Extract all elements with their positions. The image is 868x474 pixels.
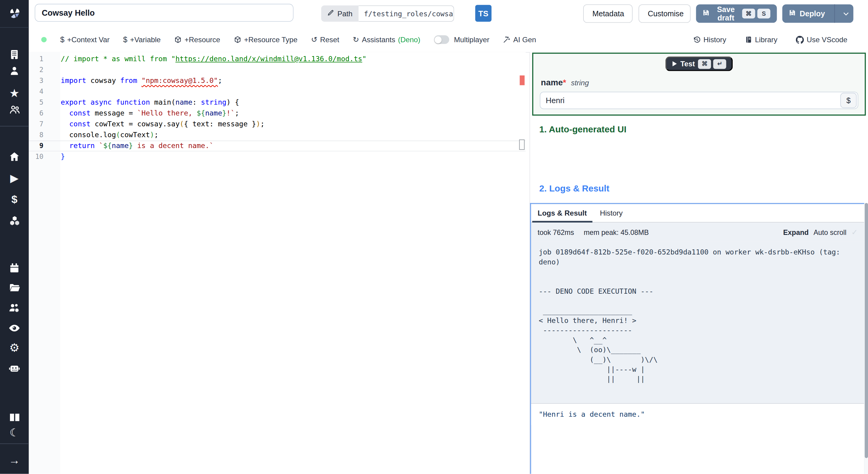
use-vscode-button[interactable]: Use VScode <box>796 36 847 44</box>
multiplayer-toggle[interactable] <box>434 35 449 44</box>
workspace-building-icon[interactable] <box>0 48 29 61</box>
assistants-button[interactable]: ↻ Assistants (Deno) <box>353 35 421 44</box>
folder-icon[interactable] <box>0 281 29 294</box>
field-label-row: name* string <box>541 78 589 87</box>
result-output: "Henri is a decent name." <box>531 404 864 425</box>
overview-ruler-error-marker <box>520 76 524 85</box>
settings-gear-icon[interactable]: ⚙ <box>0 341 29 354</box>
scrollbar-thumb[interactable] <box>864 203 868 458</box>
code-line[interactable]: 2 <box>29 64 526 76</box>
assistants-language: (Deno) <box>398 36 420 44</box>
sidebar-divider <box>0 444 29 444</box>
groups-gear-icon[interactable] <box>0 301 29 314</box>
required-asterisk: * <box>563 78 566 87</box>
code-line[interactable]: 1// import * as wmill from "https://deno… <box>29 54 526 64</box>
book-icon <box>745 36 752 43</box>
auto-scroll-toggle[interactable]: Auto scroll <box>813 228 846 236</box>
star-icon[interactable]: ★ <box>0 87 29 100</box>
schedules-calendar-icon[interactable] <box>0 261 29 274</box>
edit-path-button[interactable]: Path <box>321 5 359 22</box>
reset-button[interactable]: ↺ Reset <box>311 35 339 44</box>
typescript-badge[interactable]: TS <box>475 5 492 22</box>
right-panel: Test ⌘ ↵ name* string $ 1. Auto-generate… <box>530 52 868 474</box>
code-line[interactable]: 5export async function main(name: string… <box>29 97 526 108</box>
log-area[interactable]: job 0189d64f-812b-525e-f020-652bd9da1100… <box>531 242 864 404</box>
floppy-deploy-icon <box>789 9 796 18</box>
schema-form: Test ⌘ ↵ name* string $ <box>532 53 866 116</box>
expand-button[interactable]: Expand <box>783 228 809 236</box>
customise-button[interactable]: Customise <box>639 4 691 23</box>
path-value[interactable]: f/testing_roles/cowsa <box>358 5 454 22</box>
code-editor[interactable]: 1// import * as wmill from "https://deno… <box>29 52 526 474</box>
metadata-button[interactable]: Metadata <box>583 4 632 23</box>
code-line[interactable]: 3import cowsay from "npm:cowsay@1.5.0"; <box>29 76 526 86</box>
insert-variable-button[interactable]: $ <box>840 93 857 108</box>
docs-book-icon[interactable] <box>0 411 29 424</box>
expand-arrow-icon[interactable]: → <box>0 454 29 467</box>
topbar: Path f/testing_roles/cowsa TS Metadata C… <box>29 0 868 28</box>
audit-eye-icon[interactable] <box>0 321 29 334</box>
cube-icon <box>234 36 241 43</box>
floppy-save-icon <box>703 9 710 18</box>
code-line[interactable]: 9 return `${name} is a decent name.` <box>29 141 526 151</box>
github-icon <box>796 36 804 44</box>
editor-toolbar: $ +Context Var $ +Variable +Resource +Re… <box>29 27 868 53</box>
tab-logs-result[interactable]: Logs & Result <box>531 204 593 222</box>
user-icon[interactable] <box>0 64 29 77</box>
play-icon <box>672 61 677 67</box>
cmd-key-badge: ⌘ <box>742 9 755 19</box>
code-line[interactable]: 8 console.log(cowText); <box>29 130 526 141</box>
variables-dollar-icon[interactable]: $ <box>0 193 29 206</box>
code-line[interactable]: 6 const message = `Hello there, ${name}!… <box>29 108 526 119</box>
code-line[interactable]: 4 <box>29 86 526 97</box>
run-mem-peak: mem peak: 45.08MB <box>584 228 649 236</box>
overview-ruler-cursor-marker <box>519 140 525 150</box>
home-icon[interactable] <box>0 150 29 163</box>
field-name: name <box>541 78 563 87</box>
section-logs-result: 2. Logs & Result <box>539 183 610 194</box>
multiplayer-label: Multiplayer <box>454 36 490 44</box>
refresh-icon: ↻ <box>353 35 359 44</box>
name-input[interactable] <box>540 96 840 105</box>
code-line[interactable]: 7 const cowText = cowsay.say({ text: mes… <box>29 119 526 130</box>
library-button[interactable]: Library <box>745 36 777 44</box>
sidebar: ★ ▶ $ <box>0 0 29 474</box>
ai-robot-icon[interactable] <box>0 361 29 375</box>
field-type: string <box>571 79 589 87</box>
dark-mode-moon-icon[interactable]: ☾ <box>0 426 29 439</box>
status-dot <box>41 37 47 42</box>
add-variable-button[interactable]: $ +Variable <box>123 35 161 44</box>
path-group: Path f/testing_roles/cowsa <box>321 5 454 22</box>
check-icon: ✓ <box>851 228 858 237</box>
deploy-button[interactable]: Deploy <box>782 4 854 23</box>
windmill-script-editor: ★ ▶ $ <box>0 0 868 474</box>
logs-tabs: Logs & Result History <box>531 204 864 223</box>
enter-key-badge: ↵ <box>713 59 726 68</box>
name-field-wrapper: $ <box>540 92 858 109</box>
magic-wand-icon <box>503 36 510 43</box>
script-title-input[interactable] <box>35 4 293 22</box>
path-label: Path <box>338 10 352 18</box>
test-button[interactable]: Test ⌘ ↵ <box>665 56 733 71</box>
add-resource-button[interactable]: +Resource <box>174 36 220 44</box>
panel-scrollbar[interactable] <box>864 203 868 474</box>
cube-icon <box>174 36 182 43</box>
reset-icon: ↺ <box>311 35 317 44</box>
toggle-off[interactable] <box>434 35 449 44</box>
logs-pane: Logs & Result History took 762ms mem pea… <box>530 203 865 474</box>
code-line[interactable]: 10} <box>29 151 526 162</box>
add-context-var-button[interactable]: $ +Context Var <box>60 35 110 44</box>
ai-gen-button[interactable]: AI Gen <box>503 36 536 44</box>
deploy-dropdown-chevron[interactable] <box>838 10 854 17</box>
s-key-badge: S <box>757 9 770 19</box>
windmill-logo-icon[interactable] <box>0 0 29 28</box>
runs-play-icon[interactable]: ▶ <box>0 172 29 184</box>
resources-cubes-icon[interactable] <box>0 214 29 227</box>
add-resource-type-button[interactable]: +Resource Type <box>234 36 298 44</box>
section-auto-generated-ui: 1. Auto-generated UI <box>539 124 626 135</box>
user-groups-icon[interactable] <box>0 103 29 116</box>
log-output: job 0189d64f-812b-525e-f020-652bd9da1100… <box>531 242 864 384</box>
tab-history[interactable]: History <box>593 204 629 222</box>
save-draft-button[interactable]: Save draft ⌘ S <box>696 4 777 23</box>
history-button[interactable]: History <box>692 36 726 44</box>
